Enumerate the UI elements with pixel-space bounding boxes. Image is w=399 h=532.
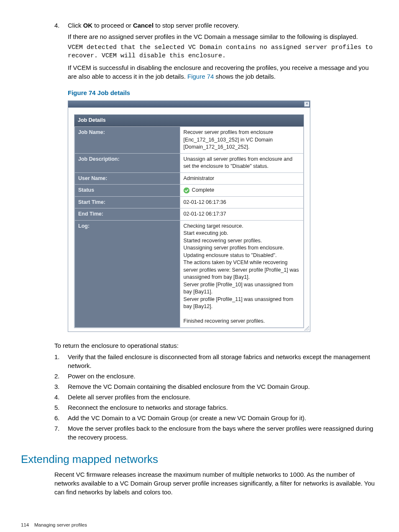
step-success: If VCEM is successful in disabling the e… <box>68 63 378 81</box>
log-label: Log: <box>75 220 180 327</box>
list-item: 5.Reconnect the enclosure to networks an… <box>54 403 378 412</box>
ok-label: OK <box>83 22 93 29</box>
table-row: User Name: Administrator <box>75 172 304 185</box>
footer-title: Managing server profiles <box>34 522 87 527</box>
job-description-label: Job Description: <box>75 153 180 172</box>
figure-link[interactable]: Figure 74 <box>187 73 214 80</box>
code-block: VCEM detected that the selected VC Domai… <box>68 44 378 61</box>
end-time-label: End Time: <box>75 208 180 221</box>
user-name-value: Administrator <box>180 172 303 185</box>
step-number: 2. <box>54 372 68 380</box>
return-intro: To return the enclosure to operational s… <box>54 341 378 350</box>
job-description-value: Unassign all server profiles from enclos… <box>180 153 303 172</box>
status-text: Complete <box>192 187 215 194</box>
list-item: 4.Delete all server profiles from the en… <box>54 393 378 401</box>
resize-grip-icon[interactable] <box>304 326 309 331</box>
step-number: 6. <box>54 414 68 422</box>
return-steps-list: 1.Verify that the failed enclosure is di… <box>54 352 378 442</box>
job-name-value: Recover server profiles from enclosure [… <box>180 127 303 154</box>
step-text: Reconnect the enclosure to networks and … <box>68 403 378 412</box>
step-text: Remove the VC Domain containing the disa… <box>68 382 378 391</box>
step-note: If there are no assigned server profiles… <box>68 32 378 41</box>
panel-header: Job Details <box>74 115 304 127</box>
table-row: Start Time: 02-01-12 06:17:36 <box>75 196 304 208</box>
list-item: 7.Move the server profiles back to the e… <box>54 424 378 442</box>
list-item: 6.Add the VC Domain to a VC Domain Group… <box>54 414 378 422</box>
step-number: 4. <box>54 393 68 401</box>
section-heading: Extending mapped networks <box>21 452 378 467</box>
table-row: End Time: 02-01-12 06:17:37 <box>75 208 304 221</box>
list-item: 3.Remove the VC Domain containing the di… <box>54 382 378 391</box>
check-icon <box>184 188 189 193</box>
step-number: 1. <box>54 352 68 370</box>
start-time-label: Start Time: <box>75 196 180 208</box>
page-number: 114 <box>21 522 29 527</box>
step-number: 4. <box>54 21 68 339</box>
job-details-table: Job Name: Recover server profiles from e… <box>74 126 304 328</box>
table-row: Status Complete <box>75 185 304 197</box>
list-item: 2.Power on the enclosure. <box>54 372 378 380</box>
step-text: Click OK to proceed or Cancel to stop se… <box>68 21 378 30</box>
table-row: Job Description: Unassign all server pro… <box>75 153 304 172</box>
step-text: Delete all server profiles from the encl… <box>68 393 378 401</box>
close-icon[interactable]: ✕ <box>304 101 309 107</box>
cancel-label: Cancel <box>133 22 153 29</box>
figure-caption: Figure 74 Job details <box>68 88 378 97</box>
step-list-top: 4. Click OK to proceed or Cancel to stop… <box>54 21 378 339</box>
end-time-value: 02-01-12 06:17:37 <box>180 208 303 221</box>
page-footer: 114 Managing server profiles <box>21 522 378 528</box>
status-label: Status <box>75 185 180 197</box>
job-name-label: Job Name: <box>75 127 180 154</box>
table-row: Log: Checking target resource. Start exe… <box>75 220 304 327</box>
section-body: Recent VC firmware releases increase the… <box>54 470 378 496</box>
dialog-titlebar: ✕ <box>68 101 310 108</box>
step-text: Move the server profiles back to the enc… <box>68 424 378 442</box>
step-text: Power on the enclosure. <box>68 372 378 380</box>
user-name-label: User Name: <box>75 172 180 185</box>
job-details-panel: Job Details Job Name: Recover server pro… <box>74 114 304 328</box>
log-value: Checking target resource. Start executin… <box>180 220 303 327</box>
job-details-dialog: ✕ Job Details Job Name: Recover server p… <box>68 100 310 332</box>
table-row: Job Name: Recover server profiles from e… <box>75 127 304 154</box>
list-item: 1.Verify that the failed enclosure is di… <box>54 352 378 370</box>
step-number: 3. <box>54 382 68 391</box>
start-time-value: 02-01-12 06:17:36 <box>180 196 303 208</box>
status-value: Complete <box>180 185 303 197</box>
step-text: Verify that the failed enclosure is disc… <box>68 352 378 370</box>
step-text: Add the VC Domain to a VC Domain Group (… <box>68 414 378 422</box>
step-number: 7. <box>54 424 68 442</box>
step-number: 5. <box>54 403 68 412</box>
